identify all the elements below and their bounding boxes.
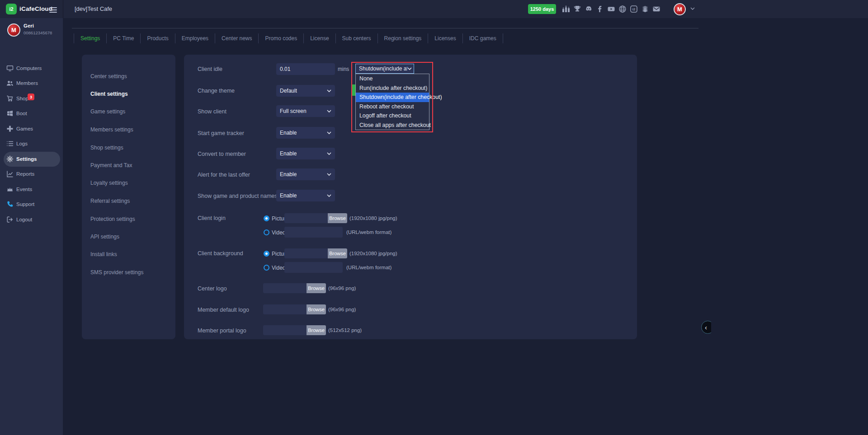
sidebar-item-support[interactable]: Support	[0, 198, 63, 210]
nav-game-settings[interactable]: Game settings	[90, 106, 167, 117]
sidebar-item-label: Shop	[16, 92, 28, 105]
nav-shop-settings[interactable]: Shop settings	[90, 142, 167, 153]
show-game-product-names-value: Enable	[280, 192, 297, 199]
member-default-logo-browse-button[interactable]: Browse	[307, 304, 326, 314]
client-login-video-url-input[interactable]	[284, 227, 343, 238]
tab-licenses[interactable]: Licenses	[428, 33, 462, 43]
nav-client-settings[interactable]: Client settings	[90, 89, 167, 99]
show-client-select[interactable]: Full screen	[276, 105, 335, 117]
client-background-video-radio[interactable]	[264, 265, 269, 271]
trophy-icon[interactable]	[573, 5, 581, 13]
chevron-down-icon	[327, 173, 331, 176]
tab-products[interactable]: Products	[140, 33, 175, 43]
youtube-icon[interactable]	[607, 5, 615, 13]
member-portal-logo-path-input[interactable]	[263, 325, 307, 335]
dropdown-option-reboot[interactable]: Reboot after checkout	[356, 102, 429, 112]
sidebar-item-shop[interactable]: Shop 3	[0, 92, 63, 105]
globe-icon[interactable]	[618, 5, 627, 13]
sidebar-item-members[interactable]: Members	[0, 77, 63, 89]
start-game-tracker-select[interactable]: Enable	[276, 127, 335, 139]
client-idle-action-select[interactable]: Shutdown(include after checkout)	[355, 64, 414, 74]
center-logo-browse-button[interactable]: Browse	[307, 283, 326, 293]
phone-icon	[6, 201, 14, 208]
alert-last-offer-label: Alert for the last offer	[198, 172, 250, 178]
facebook-icon[interactable]	[596, 5, 604, 13]
member-default-logo-path-input[interactable]	[263, 304, 307, 314]
header-icon-row: i2	[562, 5, 660, 13]
sidebar-item-computers[interactable]: Computers	[0, 62, 63, 75]
nav-members-settings[interactable]: Members settings	[90, 124, 167, 135]
nav-sms-provider-settings[interactable]: SMS provider settings	[90, 267, 167, 278]
center-logo-path-input[interactable]	[263, 283, 307, 293]
ranking-icon[interactable]	[562, 5, 570, 13]
nav-referral-settings[interactable]: Referral settings	[90, 196, 167, 206]
tab-idc-games[interactable]: IDC games	[462, 33, 503, 43]
dropdown-option-none[interactable]: None	[356, 74, 429, 84]
client-login-picture-browse-button[interactable]: Browse	[328, 213, 347, 223]
change-theme-select[interactable]: Default	[276, 85, 335, 97]
client-background-picture-browse-button[interactable]: Browse	[328, 248, 347, 258]
convert-to-member-label: Convert to member	[198, 151, 246, 157]
nav-protection-settings[interactable]: Protection settings	[90, 214, 167, 225]
dropdown-option-run[interactable]: Run(include after checkout)	[356, 84, 429, 93]
days-remaining-badge[interactable]: 1250 days	[528, 4, 556, 14]
client-login-picture-hint: (1920x1080 jpg/png)	[349, 215, 397, 221]
alert-last-offer-select[interactable]: Enable	[276, 168, 335, 180]
member-portal-logo-browse-button[interactable]: Browse	[307, 325, 326, 335]
sidebar-item-boot[interactable]: Boot	[0, 107, 63, 120]
tab-region-settings[interactable]: Region settings	[377, 33, 428, 43]
tab-center-news[interactable]: Center news	[215, 33, 258, 43]
tab-license[interactable]: License	[303, 33, 335, 43]
chevron-down-icon	[327, 194, 331, 197]
hamburger-menu-icon[interactable]	[49, 6, 57, 12]
dropdown-option-shutdown[interactable]: Shutdown(include after checkout)	[356, 93, 429, 102]
nav-center-settings[interactable]: Center settings	[90, 71, 167, 82]
dropdown-option-logoff[interactable]: Logoff after checkout	[356, 111, 429, 121]
sidebar-item-reports[interactable]: Reports	[0, 168, 63, 180]
icafecloud-icon[interactable]: i2	[630, 5, 638, 13]
sidebar-item-logs[interactable]: Logs	[0, 137, 63, 150]
client-background-video-url-input[interactable]	[284, 262, 343, 273]
sidebar-item-events[interactable]: Events	[0, 183, 63, 196]
client-background-picture-radio[interactable]	[264, 251, 269, 257]
dropdown-option-close-all-apps[interactable]: Close all apps after checkout	[356, 121, 429, 130]
client-login-picture-radio[interactable]	[264, 215, 269, 221]
monitor-icon	[6, 65, 14, 72]
nav-loyalty-settings[interactable]: Loyalty settings	[90, 178, 167, 188]
client-idle-input[interactable]	[276, 63, 335, 75]
show-game-product-names-label: Show game and product names	[198, 193, 278, 199]
convert-to-member-select[interactable]: Enable	[276, 148, 335, 159]
start-game-tracker-label: Start game tracker	[198, 130, 244, 136]
mail-icon[interactable]	[652, 5, 660, 13]
nav-install-links[interactable]: Install links	[90, 249, 167, 260]
tab-bar: Settings PC Time Products Employees Cent…	[74, 33, 503, 43]
layers-icon[interactable]	[641, 5, 649, 13]
tab-settings[interactable]: Settings	[74, 33, 106, 43]
member-portal-logo-label: Member portal logo	[198, 327, 246, 334]
collapse-chevron-button[interactable]: ‹	[701, 321, 711, 334]
sidebar-item-settings[interactable]: Settings	[0, 153, 63, 165]
tab-sub-centers[interactable]: Sub centers	[335, 33, 377, 43]
nav-api-settings[interactable]: API settings	[90, 231, 167, 242]
client-login-video-radio[interactable]	[264, 229, 269, 235]
client-background-picture-path-input[interactable]	[284, 248, 328, 258]
discord-icon[interactable]	[585, 5, 593, 13]
tab-employees[interactable]: Employees	[175, 33, 215, 43]
sidebar-item-label: Computers	[16, 62, 42, 75]
member-portal-logo-hint: (512x512 png)	[328, 327, 362, 333]
sidebar-item-label: Logout	[16, 213, 32, 226]
tab-pc-time[interactable]: PC Time	[106, 33, 140, 43]
sidebar: M Geri 008612345678 Computers Members Sh…	[0, 18, 63, 435]
sidebar-item-games[interactable]: Games	[0, 122, 63, 135]
convert-to-member-value: Enable	[280, 150, 297, 157]
user-avatar[interactable]: M	[674, 3, 686, 15]
cafe-title: [dev]Test Cafe	[75, 0, 112, 18]
user-menu-chevron-icon[interactable]	[690, 7, 695, 10]
client-login-picture-path-input[interactable]	[284, 213, 328, 223]
top-bar: i2 iCafeCloud [dev]Test Cafe 1250 days	[0, 0, 868, 18]
client-idle-action-value: Shutdown(include after checkout)	[359, 65, 407, 72]
sidebar-item-logout[interactable]: Logout	[0, 213, 63, 226]
tab-promo-codes[interactable]: Promo codes	[258, 33, 303, 43]
nav-payment-and-tax[interactable]: Payment and Tax	[90, 160, 167, 171]
show-game-product-names-select[interactable]: Enable	[276, 190, 335, 201]
